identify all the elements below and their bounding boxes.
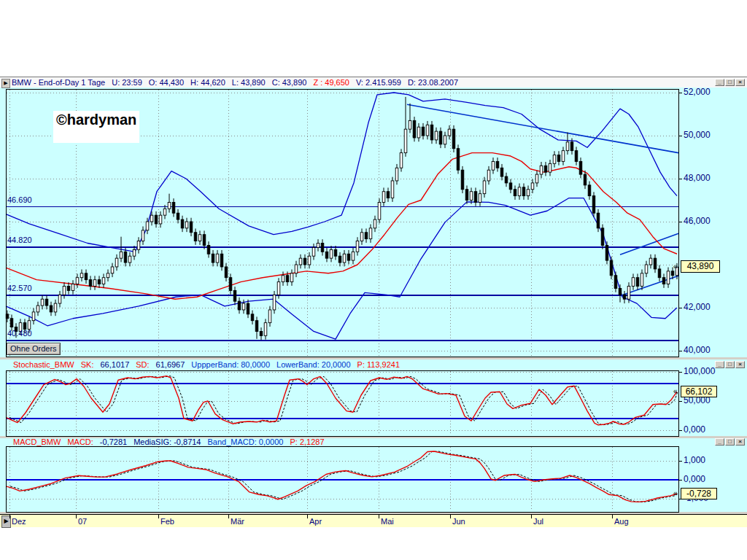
legend-segment: Z : 49,650 [313,78,349,87]
price-tag-arrow-icon: « [673,262,678,271]
minimize-button[interactable]: _ [715,79,724,86]
legend-segment: U: 23:59 [112,78,142,87]
month-label: Dez [12,517,26,526]
window-controls: _ □ × [715,79,745,86]
month-label: Mär [231,517,244,526]
month-label: Aug [614,517,629,526]
macd-header: MACD_BMWMACD:-0,7281MediaSIG: -0,8714Ban… [0,438,747,446]
ohne-orders-button[interactable]: Ohne Orders [7,343,61,355]
legend-segment: P: 2,1287 [290,438,324,446]
month-tick [531,515,532,518]
legend-segment: UppperBand: 80,0000 [191,360,270,369]
legend-segment: LowerBand: 20,0000 [276,360,351,369]
close-button[interactable]: × [735,438,745,446]
legend-segment: -0,7281 [100,438,127,446]
axis-label: 1,000 [684,455,705,465]
maximize-button[interactable]: □ [725,438,735,446]
month-label: Apr [309,517,322,526]
watermark-box: ©hardyman [53,111,139,143]
axis-label: 48,000 [684,173,711,183]
month-label: 07 [78,517,87,526]
minimize-button[interactable]: _ [715,361,724,368]
axis-label: 44.820 [7,236,32,244]
expand-arrow-button[interactable]: ▶ [1,79,10,88]
axis-label: 46.690 [7,195,32,204]
close-button[interactable]: × [735,79,745,86]
axis-label: 40.480 [7,329,32,338]
macd-tag-arrow-icon: « [673,489,678,497]
stochastic-header: Stochastic_BMWSK:66,1017SD:61,6967Uppper… [0,359,747,370]
legend-segment: MediaSIG: -0,8714 [133,438,201,446]
axis-label: 42.570 [7,284,32,292]
legend-segment: O: 44,430 [149,78,184,87]
month-tick [612,515,613,518]
month-tick [158,515,159,518]
macd-panel [0,446,747,512]
window-controls: _ □ × [715,361,745,368]
legend-segment: MACD_BMW [13,438,61,446]
stochastic-value-tag: 66,102 [681,386,717,397]
legend-segment: V: 2.415.959 [356,78,401,87]
month-tick [307,515,308,518]
axis-label: 42,000 [684,302,711,312]
chart-title: BMW - End-of-Day 1 TageU: 23:59O: 44,430… [12,78,465,87]
month-tick [9,515,10,518]
watermark-text: ©hardyman [56,112,139,128]
month-label: Mai [381,517,394,526]
legend-segment: Band_MACD: 0,0000 [208,438,284,446]
axis-label: 40,000 [684,345,711,355]
legend-segment: BMW - End-of-Day 1 Tage [12,78,105,87]
axis-label: 100,000 [684,366,715,376]
minimize-button[interactable]: _ [715,438,724,446]
month-tick [450,515,451,518]
stochastic-panel [0,370,747,436]
month-label: Jul [533,517,543,526]
stochastic-legend: Stochastic_BMWSK:66,1017SD:61,6967Uppper… [13,360,406,369]
month-tick [76,515,77,518]
chart-window-titlebar: ▶ BMW - End-of-Day 1 TageU: 23:59O: 44,4… [0,77,747,88]
month-tick [379,515,379,518]
close-button[interactable]: × [735,361,745,368]
axis-label: 46,000 [684,216,711,226]
month-tick [228,515,229,518]
time-axis: ▶ Dez07FebMärAprMaiJunJulAug [0,514,747,527]
legend-segment: L: 43,890 [232,78,266,87]
legend-segment: D: 23.08.2007 [408,78,458,87]
window-controls: _ □ × [715,438,745,446]
last-price-tag: 43,890 [681,260,720,273]
legend-segment: C: 43,890 [272,78,307,87]
month-label: Feb [160,517,174,526]
axis-label: 50,000 [684,130,711,140]
month-label: Jun [452,517,465,526]
macd-legend: MACD_BMWMACD:-0,7281MediaSIG: -0,8714Ban… [13,438,331,446]
legend-segment: P: 113,9241 [357,360,400,369]
legend-segment: SK: [81,360,94,369]
legend-segment: H: 44,620 [190,78,225,87]
axis-label: 52,000 [684,87,711,97]
maximize-button[interactable]: □ [725,79,735,86]
axis-label: 0,000 [684,424,705,435]
legend-segment: SD: [136,360,149,369]
macd-value-tag: -0,728 [681,488,717,499]
legend-segment: MACD: [67,438,93,446]
legend-segment: Stochastic_BMW [13,360,74,369]
screen: ▶ BMW - End-of-Day 1 TageU: 23:59O: 44,4… [0,0,747,560]
legend-segment: 61,6967 [156,360,185,369]
stoch-tag-arrow-icon: « [673,387,678,395]
axis-label: 0,000 [684,474,705,484]
legend-segment: 66,1017 [100,360,129,369]
maximize-button[interactable]: □ [725,361,735,368]
